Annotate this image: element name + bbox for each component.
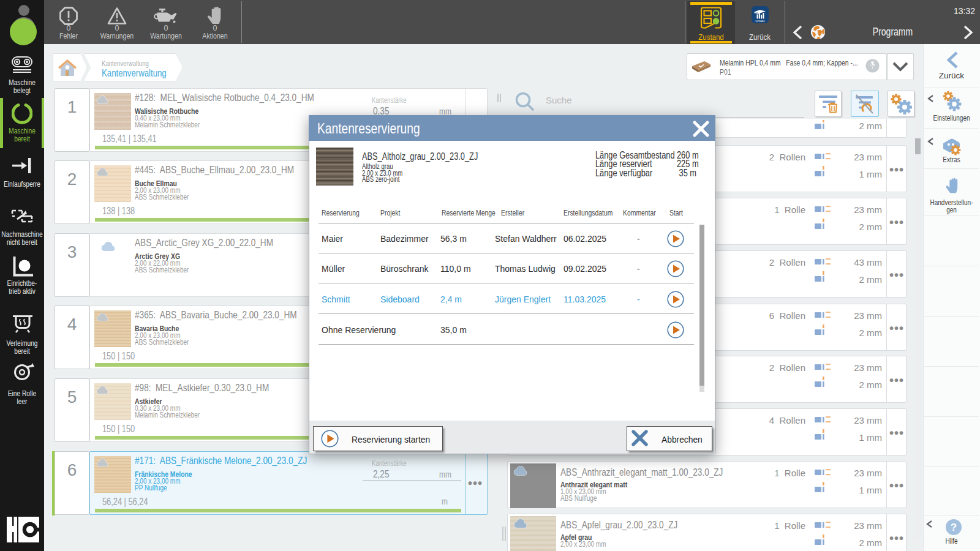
svg-text:?: ? [951,522,957,533]
svg-text:HOMAG: HOMAG [755,20,764,23]
